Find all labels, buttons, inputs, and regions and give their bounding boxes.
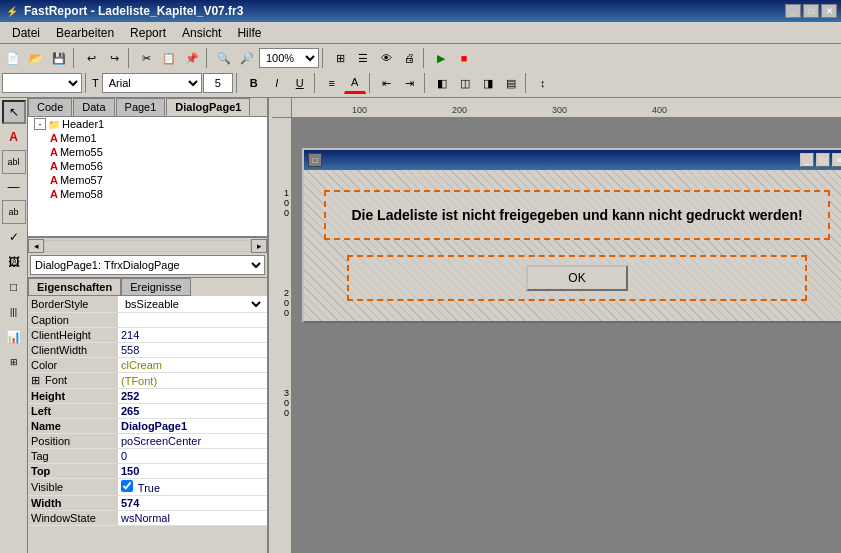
image-tool[interactable]: 🖼 bbox=[2, 250, 26, 274]
text-tool[interactable]: A bbox=[2, 125, 26, 149]
scroll-right-btn[interactable]: ▸ bbox=[251, 239, 267, 253]
close-button[interactable]: ✕ bbox=[821, 4, 837, 18]
select-tool[interactable]: ↖ bbox=[2, 100, 26, 124]
dialog-close-btn[interactable]: ✕ bbox=[832, 153, 841, 167]
print-button[interactable]: 🖨 bbox=[398, 47, 420, 69]
menu-bearbeiten[interactable]: Bearbeiten bbox=[48, 24, 122, 42]
sub-tool[interactable]: ⊞ bbox=[2, 350, 26, 374]
font-size-input[interactable] bbox=[203, 73, 233, 93]
dialog-window-controls: _ □ ✕ bbox=[800, 153, 841, 167]
save-button[interactable]: 💾 bbox=[48, 47, 70, 69]
tree-label-memo57: Memo57 bbox=[60, 174, 103, 186]
align-button[interactable]: ☰ bbox=[352, 47, 374, 69]
tree-item-memo58[interactable]: A Memo58 bbox=[28, 187, 267, 201]
menu-datei[interactable]: Datei bbox=[4, 24, 48, 42]
tree-item-header1[interactable]: - 📁 Header1 bbox=[28, 117, 267, 131]
tab-page1[interactable]: Page1 bbox=[116, 98, 166, 116]
font-expand-icon[interactable]: ⊞ bbox=[31, 374, 40, 386]
menu-ansicht[interactable]: Ansicht bbox=[174, 24, 229, 42]
label-tool[interactable]: abl bbox=[2, 150, 26, 174]
align-center2-button[interactable]: ◫ bbox=[454, 72, 476, 94]
prop-name-name: Name bbox=[28, 419, 118, 434]
prop-val-left: 265 bbox=[118, 404, 267, 419]
toolbox: ↖ A abl — ab ✓ 🖼 □ ||| 📊 ⊞ bbox=[0, 98, 28, 553]
tab-dialogpage1[interactable]: DialogPage1 bbox=[166, 98, 250, 116]
title-bar: ⚡ FastReport - Ladeliste_Kapitel_V07.fr3… bbox=[0, 0, 841, 22]
scroll-left-btn[interactable]: ◂ bbox=[28, 239, 44, 253]
main-canvas[interactable]: □ _ □ ✕ Die Ladeliste bbox=[292, 118, 841, 553]
redo-button[interactable]: ↪ bbox=[103, 47, 125, 69]
visible-checkbox[interactable] bbox=[121, 480, 133, 492]
prop-row-position: Position poScreenCenter bbox=[28, 434, 267, 449]
window-title: FastReport - Ladeliste_Kapitel_V07.fr3 bbox=[24, 4, 785, 18]
copy-button[interactable]: 📋 bbox=[158, 47, 180, 69]
tree-hscroll[interactable]: ◂ ▸ bbox=[28, 237, 267, 253]
dialog-minimize-btn[interactable]: _ bbox=[800, 153, 814, 167]
main-layout: ↖ A abl — ab ✓ 🖼 □ ||| 📊 ⊞ Code Data Pag… bbox=[0, 98, 841, 553]
italic-button[interactable]: I bbox=[266, 72, 288, 94]
open-button[interactable]: 📂 bbox=[25, 47, 47, 69]
text-color-button[interactable]: A bbox=[344, 72, 366, 94]
menu-hilfe[interactable]: Hilfe bbox=[229, 24, 269, 42]
undo-button[interactable]: ↩ bbox=[80, 47, 102, 69]
indent-button[interactable]: ⇤ bbox=[376, 72, 398, 94]
check-tool[interactable]: ✓ bbox=[2, 225, 26, 249]
font-select[interactable]: Arial bbox=[102, 73, 202, 93]
zoom-out-button[interactable]: 🔎 bbox=[236, 47, 258, 69]
outdent-button[interactable]: ⇥ bbox=[399, 72, 421, 94]
paste-button[interactable]: 📌 bbox=[181, 47, 203, 69]
prop-name-left: Left bbox=[28, 404, 118, 419]
tab-code[interactable]: Code bbox=[28, 98, 72, 116]
spacing-button[interactable]: ↕ bbox=[532, 72, 554, 94]
chart-tool[interactable]: 📊 bbox=[2, 325, 26, 349]
shape-tool[interactable]: □ bbox=[2, 275, 26, 299]
dialog-maximize-btn[interactable]: □ bbox=[816, 153, 830, 167]
run-button[interactable]: ▶ bbox=[430, 47, 452, 69]
message-box: Die Ladeliste ist nicht freigegeben und … bbox=[324, 190, 829, 240]
ok-button[interactable]: OK bbox=[526, 265, 627, 291]
align-left2-button[interactable]: ◧ bbox=[431, 72, 453, 94]
prop-name-caption: Caption bbox=[28, 313, 118, 328]
grid-button[interactable]: ⊞ bbox=[329, 47, 351, 69]
multiline-tool[interactable]: ab bbox=[2, 200, 26, 224]
underline-button[interactable]: U bbox=[289, 72, 311, 94]
tree-label-memo58: Memo58 bbox=[60, 188, 103, 200]
prop-row-height: Height 252 bbox=[28, 389, 267, 404]
prop-name-tag: Tag bbox=[28, 449, 118, 464]
line-tool[interactable]: — bbox=[2, 175, 26, 199]
maximize-button[interactable]: □ bbox=[803, 4, 819, 18]
zoom-in-button[interactable]: 🔍 bbox=[213, 47, 235, 69]
cut-button[interactable]: ✂ bbox=[135, 47, 157, 69]
tree-item-memo1[interactable]: A Memo1 bbox=[28, 131, 267, 145]
stop-button[interactable]: ■ bbox=[453, 47, 475, 69]
component-select-area: DialogPage1: TfrxDialogPage bbox=[28, 253, 267, 278]
new-button[interactable]: 📄 bbox=[2, 47, 24, 69]
align-right2-button[interactable]: ◨ bbox=[477, 72, 499, 94]
style-select[interactable] bbox=[2, 73, 82, 93]
component-select[interactable]: DialogPage1: TfrxDialogPage bbox=[30, 255, 265, 275]
left-panel: Code Data Page1 DialogPage1 - 📁 Header1 … bbox=[28, 98, 268, 553]
barcode-tool[interactable]: ||| bbox=[2, 300, 26, 324]
prop-val-visible: True bbox=[118, 479, 267, 496]
caption-input[interactable] bbox=[121, 314, 264, 326]
prop-row-visible: Visible True bbox=[28, 479, 267, 496]
ok-button-area: OK bbox=[347, 255, 807, 301]
tree-item-memo56[interactable]: A Memo56 bbox=[28, 159, 267, 173]
tree-panel: - 📁 Header1 A Memo1 A Memo55 A Memo56 bbox=[28, 117, 267, 237]
preview-button[interactable]: 👁 bbox=[375, 47, 397, 69]
props-tab-ereignisse[interactable]: Ereignisse bbox=[121, 278, 190, 296]
minimize-button[interactable]: _ bbox=[785, 4, 801, 18]
bold-button[interactable]: B bbox=[243, 72, 265, 94]
zoom-select[interactable]: 100% bbox=[259, 48, 319, 68]
align-justify2-button[interactable]: ▤ bbox=[500, 72, 522, 94]
canvas-body: 100 200 300 □ _ □ ✕ bbox=[272, 118, 841, 553]
borderstyle-select[interactable]: bsSizeable bbox=[121, 297, 264, 311]
tree-item-memo57[interactable]: A Memo57 bbox=[28, 173, 267, 187]
expand-header1[interactable]: - bbox=[34, 118, 46, 130]
menu-report[interactable]: Report bbox=[122, 24, 174, 42]
prop-name-windowstate: WindowState bbox=[28, 511, 118, 526]
tab-data[interactable]: Data bbox=[73, 98, 114, 116]
props-tab-eigenschaften[interactable]: Eigenschaften bbox=[28, 278, 121, 296]
align-left-button[interactable]: ≡ bbox=[321, 72, 343, 94]
tree-item-memo55[interactable]: A Memo55 bbox=[28, 145, 267, 159]
